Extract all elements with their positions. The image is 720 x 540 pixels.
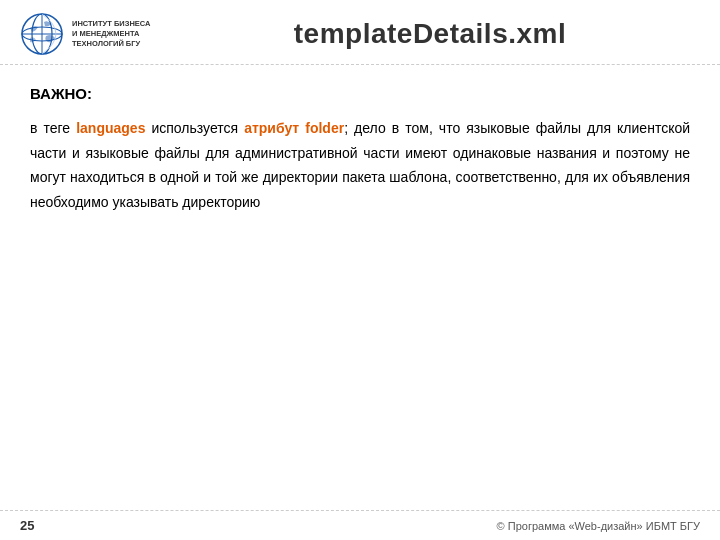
text-between: используется — [145, 120, 244, 136]
slide-page: ИНСТИТУТ БИЗНЕСА И МЕНЕДЖМЕНТА ТЕХНОЛОГИ… — [0, 0, 720, 540]
slide-title: templateDetails.xml — [294, 18, 567, 49]
page-number: 25 — [20, 518, 34, 533]
folder-highlight: атрибут folder — [244, 120, 344, 136]
important-label: ВАЖНО: — [30, 85, 690, 102]
slide-header: ИНСТИТУТ БИЗНЕСА И МЕНЕДЖМЕНТА ТЕХНОЛОГИ… — [0, 0, 720, 65]
body-paragraph: в теге languages используется атрибут fo… — [30, 116, 690, 214]
slide-footer: 25 © Программа «Web-дизайн» ИБМТ БГУ — [0, 510, 720, 540]
main-content: ВАЖНО: в теге languages используется атр… — [0, 65, 720, 510]
logo-text: ИНСТИТУТ БИЗНЕСА И МЕНЕДЖМЕНТА ТЕХНОЛОГИ… — [72, 19, 150, 48]
logo-area: ИНСТИТУТ БИЗНЕСА И МЕНЕДЖМЕНТА ТЕХНОЛОГИ… — [20, 12, 160, 56]
text-before-languages: в теге — [30, 120, 76, 136]
header-title-area: templateDetails.xml — [160, 18, 700, 50]
languages-highlight: languages — [76, 120, 145, 136]
footer-copyright: © Программа «Web-дизайн» ИБМТ БГУ — [497, 520, 700, 532]
globe-icon — [20, 12, 64, 56]
